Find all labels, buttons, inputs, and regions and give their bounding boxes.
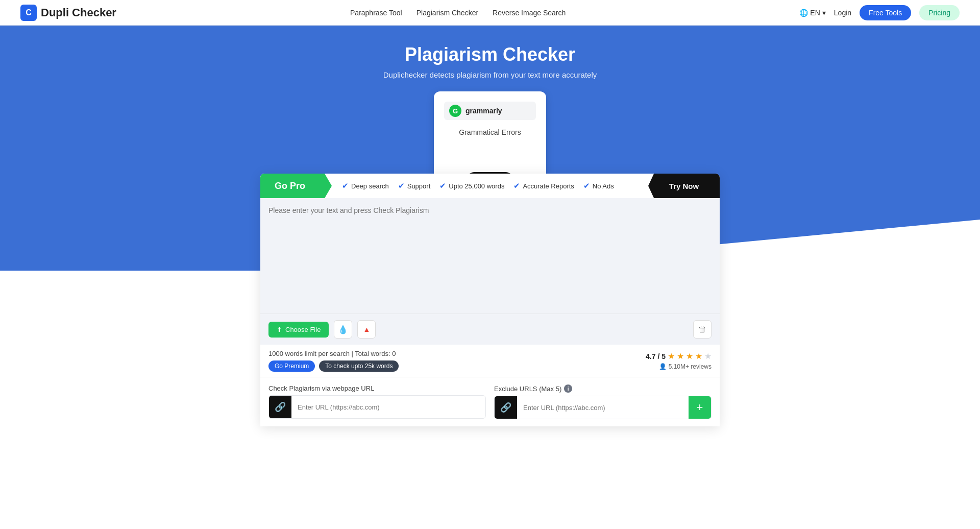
user-icon: 👤 <box>659 363 667 370</box>
star-5: ★ <box>704 351 712 361</box>
feature-words: ✔ Upto 25,000 words <box>439 181 504 190</box>
choose-file-button[interactable]: ⬆ Choose File <box>268 322 329 338</box>
ad-card-header: G grammarly <box>444 102 536 120</box>
feature-no-ads: ✔ No Ads <box>583 181 614 190</box>
check-icon-3: ✔ <box>439 181 446 190</box>
go-pro-banner: Go Pro ✔ Deep search ✔ Support ✔ Upto 25… <box>260 174 720 198</box>
chevron-down-icon: ▾ <box>822 9 826 17</box>
dropbox-button[interactable]: 💧 <box>334 320 352 339</box>
check-url-group: Check Plagiarism via webpage URL 🔗 <box>268 384 486 419</box>
trash-icon: 🗑 <box>698 325 706 334</box>
globe-icon: 🌐 <box>799 9 808 17</box>
reviews-text: 👤 5.10M+ reviews <box>659 363 712 370</box>
hero-title: Plagiarism Checker <box>405 44 575 65</box>
rating-section: 4.7 / 5 ★ ★ ★ ★ ★ 👤 5.10M+ reviews <box>646 351 712 370</box>
check-icon-2: ✔ <box>398 181 405 190</box>
feature-accurate-reports: ✔ Accurate Reports <box>513 181 574 190</box>
grammarly-icon: G <box>449 105 461 117</box>
white-section <box>0 516 980 529</box>
lang-selector[interactable]: 🌐 EN ▾ <box>799 9 825 17</box>
upload-icon: ⬆ <box>277 326 282 333</box>
go-pro-label: Go Pro <box>260 174 332 198</box>
check-url-label: Check Plagiarism via webpage URL <box>268 384 486 392</box>
check-25k-badge[interactable]: To check upto 25k words <box>319 360 399 372</box>
go-pro-features: ✔ Deep search ✔ Support ✔ Upto 25,000 wo… <box>332 181 648 190</box>
ad-brand-name: grammarly <box>465 107 502 115</box>
gdrive-icon: ▲ <box>363 325 370 333</box>
go-pro-try-button[interactable]: Try Now <box>648 174 720 198</box>
star-1: ★ <box>668 351 675 361</box>
check-icon-4: ✔ <box>513 181 520 190</box>
feature-support: ✔ Support <box>398 181 431 190</box>
exclude-url-group: Exclude URLS (Max 5) i 🔗 + <box>494 384 712 419</box>
logo[interactable]: C Dupli Checker <box>20 5 116 21</box>
navbar: C Dupli Checker Paraphrase Tool Plagiari… <box>0 0 980 26</box>
nav-plagiarism-checker[interactable]: Plagiarism Checker <box>416 9 478 17</box>
logo-icon: C <box>20 5 37 21</box>
add-url-button[interactable]: + <box>689 396 711 419</box>
exclude-url-input[interactable] <box>517 396 689 419</box>
ad-card-text: Grammatical Errors <box>444 128 536 136</box>
main-textarea[interactable] <box>268 206 712 303</box>
lang-label: EN <box>810 9 820 17</box>
check-icon-5: ✔ <box>583 181 590 190</box>
check-url-input[interactable] <box>291 396 485 418</box>
plus-icon: + <box>697 401 703 414</box>
nav-paraphrase-tool[interactable]: Paraphrase Tool <box>350 9 402 17</box>
hero-subtitle: Duplichecker detects plagiarism from you… <box>383 70 597 79</box>
dropbox-icon: 💧 <box>338 325 348 334</box>
rating-stars: 4.7 / 5 ★ ★ ★ ★ ★ <box>646 351 712 361</box>
login-link[interactable]: Login <box>834 9 851 17</box>
file-tools-bar: ⬆ Choose File 💧 ▲ 🗑 <box>260 314 720 345</box>
exclude-url-icon: 🔗 <box>495 396 517 419</box>
navbar-right: 🌐 EN ▾ Login Free Tools Pricing <box>799 5 960 20</box>
word-count-text: 1000 words limit per search | Total word… <box>268 350 399 357</box>
logo-text: Dupli Checker <box>41 6 116 19</box>
free-tools-button[interactable]: Free Tools <box>860 5 911 20</box>
word-count-badges: Go Premium To check upto 25k words <box>268 360 399 372</box>
url-inputs-row: Check Plagiarism via webpage URL 🔗 Exclu… <box>260 377 720 426</box>
text-area-wrapper <box>260 198 720 314</box>
tool-container: Go Pro ✔ Deep search ✔ Support ✔ Upto 25… <box>260 174 720 426</box>
info-icon[interactable]: i <box>564 384 572 393</box>
exclude-url-input-wrapper: 🔗 + <box>494 396 712 419</box>
star-3: ★ <box>686 351 693 361</box>
gdrive-button[interactable]: ▲ <box>357 320 376 339</box>
tool-card: Go Pro ✔ Deep search ✔ Support ✔ Upto 25… <box>260 174 720 426</box>
star-4: ★ <box>695 351 702 361</box>
nav-reverse-image-search[interactable]: Reverse Image Search <box>493 9 566 17</box>
check-url-input-wrapper: 🔗 <box>268 395 486 419</box>
feature-deep-search: ✔ Deep search <box>342 181 389 190</box>
check-icon-1: ✔ <box>342 181 349 190</box>
word-count-left: 1000 words limit per search | Total word… <box>268 350 399 372</box>
star-2: ★ <box>677 351 684 361</box>
navbar-links: Paraphrase Tool Plagiarism Checker Rever… <box>350 9 566 17</box>
rating-value: 4.7 / 5 <box>646 352 666 360</box>
go-premium-badge[interactable]: Go Premium <box>268 360 315 372</box>
pricing-button[interactable]: Pricing <box>919 5 960 20</box>
exclude-url-label: Exclude URLS (Max 5) i <box>494 384 712 393</box>
check-url-icon: 🔗 <box>269 396 291 418</box>
word-count-row: 1000 words limit per search | Total word… <box>260 345 720 377</box>
trash-button[interactable]: 🗑 <box>693 320 712 339</box>
